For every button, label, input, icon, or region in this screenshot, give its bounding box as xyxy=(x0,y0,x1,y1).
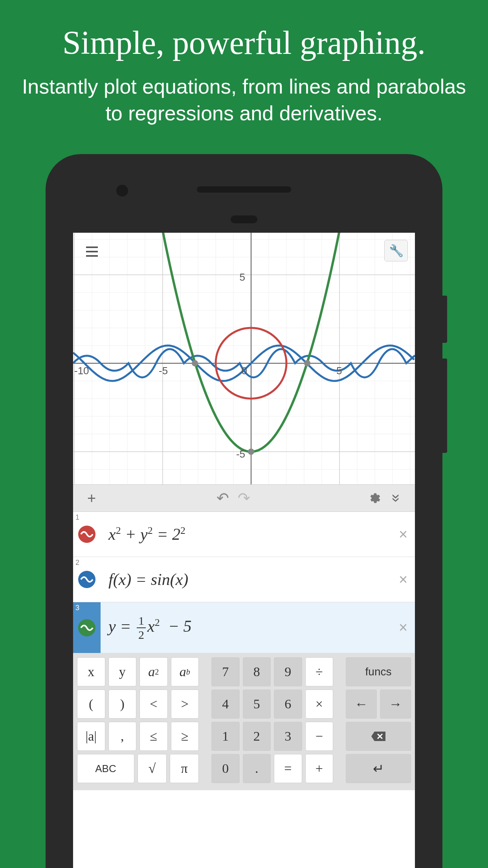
key-gte[interactable]: ≥ xyxy=(171,722,199,751)
expression-formula[interactable]: f(x) = sin(x) xyxy=(101,570,391,589)
key-8[interactable]: 8 xyxy=(243,657,271,686)
expression-index: 3 xyxy=(75,604,79,612)
axis-label-x5: 5 xyxy=(336,365,342,377)
expression-color-icon[interactable] xyxy=(78,526,95,543)
key-equals[interactable]: = xyxy=(274,754,302,783)
wrench-icon[interactable]: 🔧 xyxy=(384,240,408,261)
key-x[interactable]: x xyxy=(77,657,105,686)
key-1[interactable]: 1 xyxy=(211,722,240,751)
key-abs[interactable]: |a| xyxy=(77,722,105,751)
undo-button[interactable]: ↶ xyxy=(212,488,233,508)
expression-row[interactable]: 2 f(x) = sin(x) × xyxy=(73,557,415,602)
expression-color-icon[interactable] xyxy=(78,619,95,636)
key-4[interactable]: 4 xyxy=(211,690,240,719)
promo-title: Simple, powerful graphing. xyxy=(16,24,472,62)
expression-index: 1 xyxy=(75,513,79,522)
key-rparen[interactable]: ) xyxy=(108,690,137,719)
key-pi[interactable]: π xyxy=(170,754,199,783)
key-3[interactable]: 3 xyxy=(274,722,302,751)
key-power[interactable]: ab xyxy=(171,657,199,686)
key-right-arrow[interactable]: → xyxy=(380,690,411,719)
axis-label-xneg5: -5 xyxy=(159,365,168,377)
key-2[interactable]: 2 xyxy=(243,722,271,751)
key-y[interactable]: y xyxy=(108,657,137,686)
key-lte[interactable]: ≤ xyxy=(139,722,168,751)
key-5[interactable]: 5 xyxy=(243,690,271,719)
redo-button[interactable]: ↷ xyxy=(233,488,255,508)
key-lparen[interactable]: ( xyxy=(77,690,105,719)
key-abc[interactable]: ABC xyxy=(77,754,134,783)
delete-expression-icon[interactable]: × xyxy=(391,619,415,636)
axis-label-y5: 5 xyxy=(240,271,245,283)
key-9[interactable]: 9 xyxy=(274,657,302,686)
expression-index: 2 xyxy=(75,559,79,567)
axis-label-x0: 0 xyxy=(242,365,247,377)
key-enter[interactable]: ↵ xyxy=(346,754,411,783)
key-sqrt[interactable]: √ xyxy=(138,754,167,783)
key-7[interactable]: 7 xyxy=(211,657,240,686)
svg-point-36 xyxy=(304,360,310,366)
expression-color-icon[interactable] xyxy=(78,571,95,588)
key-comma[interactable]: , xyxy=(108,722,137,751)
phone-frame: 5 -5 -10 -5 0 5 🔧 + ↶ ↷ » xyxy=(46,154,442,868)
expression-row[interactable]: 1 x2 + y2 = 22 × xyxy=(73,512,415,557)
delete-expression-icon[interactable]: × xyxy=(391,571,415,588)
key-squared[interactable]: a2 xyxy=(139,657,168,686)
key-left-arrow[interactable]: ← xyxy=(346,690,377,719)
key-0[interactable]: 0 xyxy=(211,754,240,783)
promo-subtitle: Instantly plot equations, from lines and… xyxy=(16,74,472,127)
key-lt[interactable]: < xyxy=(139,690,168,719)
key-divide[interactable]: ÷ xyxy=(305,657,334,686)
svg-point-37 xyxy=(248,449,254,455)
expression-list: 1 x2 + y2 = 22 × 2 f(x) = sin(x) × xyxy=(73,512,415,653)
svg-point-35 xyxy=(192,360,198,366)
math-keyboard: x y a2 ab 7 8 9 ÷ funcs xyxy=(73,653,415,790)
menu-icon[interactable] xyxy=(81,241,103,263)
collapse-icon[interactable]: » xyxy=(387,487,406,509)
graph-canvas[interactable]: 5 -5 -10 -5 0 5 🔧 xyxy=(73,233,415,484)
key-multiply[interactable]: × xyxy=(305,690,334,719)
axis-label-yneg5: -5 xyxy=(236,448,245,460)
key-backspace[interactable] xyxy=(346,722,411,751)
expression-toolbar: + ↶ ↷ » xyxy=(73,484,415,512)
key-plus[interactable]: + xyxy=(305,754,334,783)
app-screen: 5 -5 -10 -5 0 5 🔧 + ↶ ↷ » xyxy=(73,233,415,868)
expression-formula[interactable]: y = 12x2 − 5 xyxy=(101,614,391,642)
expression-row[interactable]: 3 y = 12x2 − 5 × xyxy=(73,602,415,653)
key-minus[interactable]: − xyxy=(305,722,334,751)
key-6[interactable]: 6 xyxy=(274,690,302,719)
settings-gear-icon[interactable] xyxy=(365,488,386,508)
key-dot[interactable]: . xyxy=(243,754,271,783)
key-funcs[interactable]: funcs xyxy=(346,657,411,686)
delete-expression-icon[interactable]: × xyxy=(391,526,415,543)
axis-label-xneg10: -10 xyxy=(74,365,89,377)
expression-formula[interactable]: x2 + y2 = 22 xyxy=(101,525,391,544)
key-gt[interactable]: > xyxy=(171,690,199,719)
add-expression-button[interactable]: + xyxy=(81,488,102,508)
